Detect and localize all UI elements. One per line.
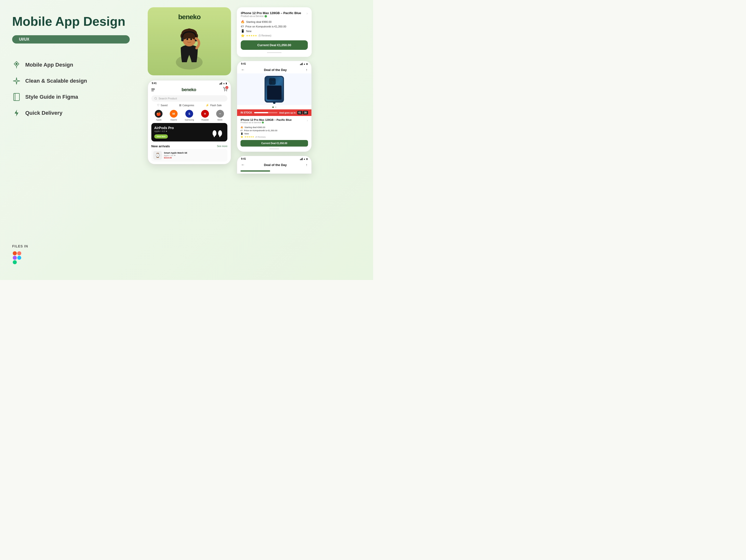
- samsung-icon: S: [185, 110, 193, 118]
- phone-phone-icon: 📱: [240, 133, 243, 135]
- categories-label: Categories: [182, 104, 194, 107]
- current-deal-button[interactable]: Current Deal €1,050.00: [241, 40, 308, 50]
- page-title: Mobile App Design: [12, 15, 130, 28]
- promo-card: AirPods Pro Apple • 4.8 ★ View Item: [151, 123, 228, 141]
- app-header: beneko 2: [148, 85, 231, 94]
- samsung-label: Samsung: [184, 119, 194, 121]
- svg-rect-31: [269, 78, 276, 85]
- bottom-battery-icon: ▮: [306, 158, 308, 160]
- book-icon: [12, 93, 21, 101]
- sparkle-icon: [12, 77, 21, 85]
- search-placeholder: Search Product: [159, 97, 177, 100]
- phone-deal-button[interactable]: Current Deal €1,050.00: [240, 140, 308, 146]
- deal-wifi-icon: ▲: [304, 63, 306, 65]
- phone-card-divider: [269, 148, 279, 149]
- left-panel: Mobile App Design UI/UX Mobile App Desig…: [0, 0, 142, 280]
- promo-info: AirPods Pro Apple • 4.8 ★ View Item: [154, 126, 174, 139]
- svg-point-33: [270, 79, 271, 81]
- phone-chevron-icon[interactable]: ›: [307, 118, 308, 122]
- tag-icon: 🏷: [241, 25, 244, 28]
- bottom-back-icon[interactable]: ←: [241, 163, 245, 167]
- price-on-text: Price on Komputronik is €1,350.00: [245, 25, 286, 28]
- phone-reviews-text: (5 Reviews): [255, 136, 265, 138]
- svg-rect-6: [13, 260, 17, 264]
- section-header: New arrivals See more: [148, 143, 231, 149]
- right-panel: beneko: [142, 0, 373, 280]
- carousel-dots: [237, 105, 311, 109]
- xiaomi-label: Xiaomi: [170, 119, 177, 121]
- iphone-image-icon: [262, 75, 286, 104]
- bottom-progress-bar: [240, 170, 270, 172]
- deal-phone-title: Deal of the Day: [264, 68, 287, 72]
- phone-price-on: 🏷 Price on Komputronik is €1,350.00: [240, 129, 308, 132]
- info-dot-icon: [264, 15, 267, 18]
- back-arrow-icon[interactable]: ←: [241, 67, 245, 72]
- hamburger-menu[interactable]: [151, 88, 155, 91]
- status-bar: 9:41 ▲ ▮: [148, 80, 231, 85]
- svg-point-26: [218, 130, 222, 136]
- airpods-icon: [210, 127, 224, 138]
- wifi-icon: ▲: [223, 82, 225, 85]
- deal-status-icons: ▲ ▮: [300, 63, 308, 65]
- feature-style-guide: Style Guide in Figma: [12, 93, 130, 101]
- starting-deal-text: Starting deal €990.00: [246, 21, 271, 23]
- svg-rect-27: [219, 136, 220, 137]
- phone-stars: ★★★★★: [245, 136, 254, 138]
- fire-icon: 🔥: [241, 20, 245, 24]
- feature-clean-label: Clean & Scalable design: [25, 78, 87, 84]
- condition-text: New: [246, 30, 251, 33]
- share-icon[interactable]: ↑: [306, 68, 308, 72]
- bottom-share-icon[interactable]: ↑: [306, 163, 308, 167]
- hero-logo: beneko: [178, 13, 200, 21]
- reviews-text: (5 Reviews): [258, 34, 271, 37]
- chevron-right-icon[interactable]: ›: [306, 11, 308, 16]
- deal-signal-icon: [300, 63, 303, 65]
- cart-button[interactable]: 2: [223, 87, 227, 92]
- watch-image: ⌚: [153, 151, 162, 160]
- bottom-signal-icon: [300, 158, 303, 160]
- deal-details: 🔥 Starting deal €990.00 🏷 Price on Kompu…: [241, 20, 308, 37]
- product-title-row: iPhone 12 Pro Max 128GB – Pacific Blue P…: [241, 11, 306, 18]
- hero-person-icon: [167, 23, 211, 69]
- deal-subtitle-text: Product-as-a-Service: [241, 15, 264, 18]
- feature-quick-delivery: Quick Delivery: [12, 109, 130, 117]
- reviews-row: ⭐ ★★★★★ (5 Reviews): [241, 34, 308, 37]
- svg-point-7: [17, 256, 21, 259]
- product-watch-card[interactable]: ⌚ Smart Apple Watch SE Apple • 4.8 ★ $31…: [151, 149, 228, 162]
- timer-minutes: 01: [297, 111, 303, 114]
- promo-airpods-image: [210, 126, 225, 138]
- flash-sale-action[interactable]: ⚡ Flash Sale: [205, 104, 222, 107]
- dot-1: [272, 107, 274, 108]
- far-right-column: iPhone 12 Pro Max 128GB – Pacific Blue P…: [237, 7, 311, 174]
- search-bar[interactable]: Search Product: [151, 95, 228, 102]
- see-more-link[interactable]: See more: [217, 145, 227, 147]
- promo-view-btn[interactable]: View Item: [154, 134, 168, 139]
- flash-sale-label: Flash Sale: [210, 104, 222, 107]
- brand-samsung[interactable]: S Samsung: [184, 110, 194, 121]
- bottom-status-icons: ▲ ▮: [300, 158, 308, 160]
- deal-card-header: iPhone 12 Pro Max 128GB – Pacific Blue P…: [241, 11, 308, 18]
- grid-icon: ⊞: [179, 104, 181, 107]
- files-section: FILES IN: [12, 234, 130, 265]
- brand-huawei[interactable]: H Huawei: [201, 110, 209, 121]
- in-stock-bar: IN STOCK Deal goes up in: 01 30: [237, 109, 311, 116]
- brand-more[interactable]: ··· More: [216, 110, 224, 121]
- brand-xiaomi[interactable]: MI Xiaomi: [170, 110, 178, 121]
- feature-mobile-app: Mobile App Design: [12, 60, 130, 69]
- stock-fill: [254, 112, 268, 113]
- promo-title: AirPods Pro: [154, 126, 174, 130]
- phone-condition: 📱 New: [240, 133, 308, 135]
- deal-card-top: iPhone 12 Pro Max 128GB – Pacific Blue P…: [237, 7, 311, 57]
- stock-progress-bar: [254, 112, 278, 113]
- svg-point-22: [227, 91, 227, 91]
- brand-apple[interactable]: 🍎 Apple: [155, 110, 163, 121]
- categories-action[interactable]: ⊞ Categories: [179, 104, 194, 107]
- bottom-status-bar: 9:41 ▲ ▮: [237, 156, 311, 161]
- phone-icon: 📱: [241, 29, 245, 33]
- saved-action[interactable]: ♡ Saved: [157, 104, 167, 107]
- svg-point-21: [225, 91, 225, 91]
- product-price: $319.00: [164, 157, 187, 159]
- cart-badge: 2: [225, 86, 228, 89]
- deal-phone-header: ← Deal of the Day ↑: [237, 66, 311, 74]
- svg-point-37: [270, 82, 271, 84]
